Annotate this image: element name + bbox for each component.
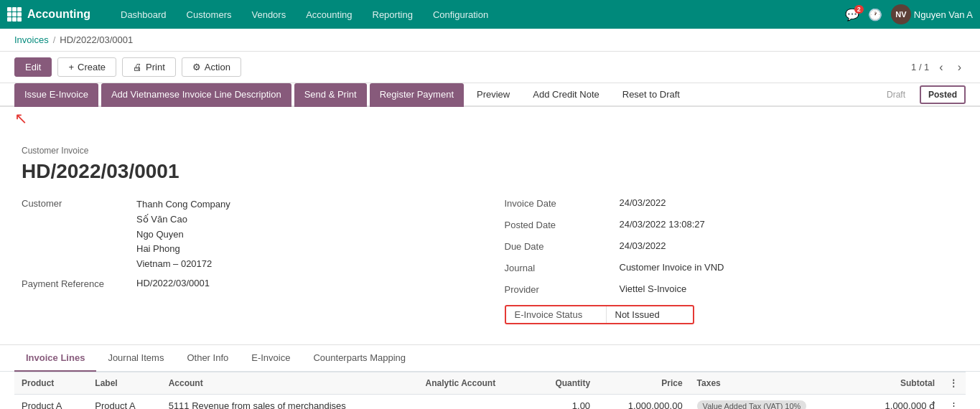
preview-button[interactable]: Preview	[467, 83, 520, 107]
invoice-date-row: Invoice Date 24/03/2022	[505, 197, 959, 213]
register-payment-button[interactable]: Register Payment	[370, 83, 464, 107]
tab-counterparts-mapping[interactable]: Counterparts Mapping	[302, 345, 417, 372]
edit-button[interactable]: Edit	[14, 57, 52, 77]
invoice-lines-table-section: Product Label Account Analytic Account Q…	[0, 372, 980, 409]
state-draft: Draft	[881, 87, 911, 103]
provider-row: Provider Viettel S-Invoice	[505, 283, 959, 299]
grid-icon	[7, 7, 22, 22]
invoice-date-value[interactable]: 24/03/2022	[620, 197, 959, 208]
col-label: Label	[88, 372, 161, 395]
app-name: Accounting	[27, 8, 90, 21]
posted-date-row: Posted Date 24/03/2022 13:08:27	[505, 219, 959, 235]
app-logo[interactable]: Accounting	[7, 7, 102, 22]
journal-value[interactable]: Customer Invoice in VND	[620, 262, 959, 273]
topnav-right: 💬 2 🕐 NV Nguyen Van A	[845, 4, 973, 24]
cell-product[interactable]: Product A	[14, 395, 88, 410]
table-header: Product Label Account Analytic Account Q…	[14, 372, 966, 395]
customer-label: Customer	[22, 197, 136, 209]
nav-arrows: 1 / 1 ‹ ›	[911, 60, 966, 75]
col-menu[interactable]: ⋮	[942, 372, 966, 395]
due-date-label: Due Date	[505, 240, 620, 252]
cell-account[interactable]: 5111 Revenue from sales of merchandises	[162, 395, 419, 410]
notif-count: 2	[854, 5, 864, 14]
tab-invoice-lines[interactable]: Invoice Lines	[14, 345, 96, 372]
create-button[interactable]: + + Create Create	[57, 57, 116, 77]
journal-row: Journal Customer Invoice in VND	[505, 262, 959, 278]
tax-badge: Value Added Tax (VAT) 10%	[697, 400, 807, 409]
einvoice-status-row: E-Invoice Status Not Issued	[505, 305, 959, 324]
col-product: Product	[14, 372, 88, 395]
clock-icon[interactable]: 🕐	[865, 5, 885, 24]
cell-taxes[interactable]: Value Added Tax (VAT) 10%	[690, 395, 856, 410]
add-credit-note-button[interactable]: Add Credit Note	[523, 83, 610, 107]
action-bar: Edit + + Create Create 🖨 Print ⚙ Action …	[0, 52, 980, 83]
nav-reporting[interactable]: Reporting	[364, 0, 421, 29]
row-menu-button[interactable]: ⋮	[942, 395, 966, 410]
tabs-bar: Invoice Lines Journal Items Other Info E…	[0, 345, 980, 372]
payment-ref-label: Payment Reference	[22, 278, 136, 289]
customer-addr2: Ngo Quyen	[136, 227, 476, 243]
user-menu[interactable]: NV Nguyen Van A	[891, 4, 973, 24]
callout-arrow-container: ↙	[0, 107, 980, 131]
posted-date-value: 24/03/2022 13:08:27	[620, 219, 959, 230]
cell-price: 1,000,000.00	[597, 395, 690, 410]
provider-value[interactable]: Viettel S-Invoice	[620, 283, 959, 294]
state-indicators: Draft Posted	[881, 85, 966, 104]
prev-record-button[interactable]: ‹	[935, 60, 947, 75]
document-form: Customer Invoice HD/2022/03/0001 Custome…	[0, 131, 980, 345]
cell-analytic-account[interactable]	[419, 395, 532, 410]
nav-configuration[interactable]: Configuration	[424, 0, 497, 29]
avatar: NV	[891, 4, 911, 24]
cell-subtotal: 1,000,000 ₫	[856, 395, 942, 410]
reset-to-draft-button[interactable]: Reset to Draft	[612, 83, 690, 107]
nav-customers[interactable]: Customers	[178, 0, 241, 29]
table-row: Product A Product A 5111 Revenue from sa…	[14, 395, 966, 410]
col-price: Price	[597, 372, 690, 395]
nav-dashboard[interactable]: Dashboard	[112, 0, 175, 29]
einvoice-status-value: Not Issued	[607, 306, 693, 323]
customer-addr3: Hai Phong	[136, 242, 476, 257]
nav-accounting[interactable]: Accounting	[297, 0, 360, 29]
tab-e-invoice[interactable]: E-Invoice	[240, 345, 302, 372]
nav-counter: 1 / 1	[911, 62, 929, 72]
issue-einvoice-button[interactable]: Issue E-Invoice	[14, 83, 98, 107]
action-button[interactable]: ⚙ Action	[182, 57, 241, 77]
form-fields: Customer Thanh Cong Company Số Văn Cao N…	[22, 197, 958, 330]
print-button[interactable]: 🖨 Print	[122, 57, 176, 77]
einvoice-status-label: E-Invoice Status	[506, 306, 607, 323]
send-print-button[interactable]: Send & Print	[294, 83, 367, 107]
nav-vendors[interactable]: Vendors	[243, 0, 294, 29]
next-record-button[interactable]: ›	[953, 60, 966, 75]
col-taxes: Taxes	[690, 372, 856, 395]
notifications[interactable]: 💬 2	[845, 8, 859, 22]
einvoice-status-highlight: E-Invoice Status Not Issued	[505, 305, 694, 324]
tab-other-info[interactable]: Other Info	[175, 345, 240, 372]
cell-quantity: 1.00	[531, 395, 597, 410]
customer-address: Thanh Cong Company Số Văn Cao Ngo Quyen …	[136, 197, 476, 272]
col-quantity: Quantity	[531, 372, 597, 395]
payment-ref-row: Payment Reference HD/2022/03/0001	[22, 278, 476, 293]
cell-label[interactable]: Product A	[88, 395, 161, 410]
breadcrumb-separator: /	[53, 34, 56, 45]
status-bar: Issue E-Invoice Add Vietnamese Invoice L…	[0, 83, 980, 107]
gear-icon: ⚙	[192, 62, 201, 72]
customer-addr1: Số Văn Cao	[136, 212, 476, 227]
payment-ref-value[interactable]: HD/2022/03/0001	[136, 278, 476, 288]
posted-date-label: Posted Date	[505, 219, 620, 230]
document-number: HD/2022/03/0001	[22, 160, 958, 183]
table-body: Product A Product A 5111 Revenue from sa…	[14, 395, 966, 410]
breadcrumb-current: HD/2022/03/0001	[60, 34, 133, 45]
right-form-section: Invoice Date 24/03/2022 Posted Date 24/0…	[505, 197, 959, 330]
customer-name[interactable]: Thanh Cong Company	[136, 197, 476, 212]
invoice-lines-table: Product Label Account Analytic Account Q…	[14, 372, 966, 409]
breadcrumb-parent[interactable]: Invoices	[14, 34, 49, 45]
col-account: Account	[162, 372, 419, 395]
top-navigation: Accounting Dashboard Customers Vendors A…	[0, 0, 980, 29]
due-date-value[interactable]: 24/03/2022	[620, 240, 959, 251]
col-subtotal: Subtotal	[856, 372, 942, 395]
print-icon: 🖨	[133, 62, 142, 72]
add-vn-desc-button[interactable]: Add Vietnamese Invoice Line Description	[101, 83, 291, 107]
user-name: Nguyen Van A	[914, 9, 973, 20]
tab-journal-items[interactable]: Journal Items	[96, 345, 175, 372]
left-form-section: Customer Thanh Cong Company Số Văn Cao N…	[22, 197, 476, 330]
